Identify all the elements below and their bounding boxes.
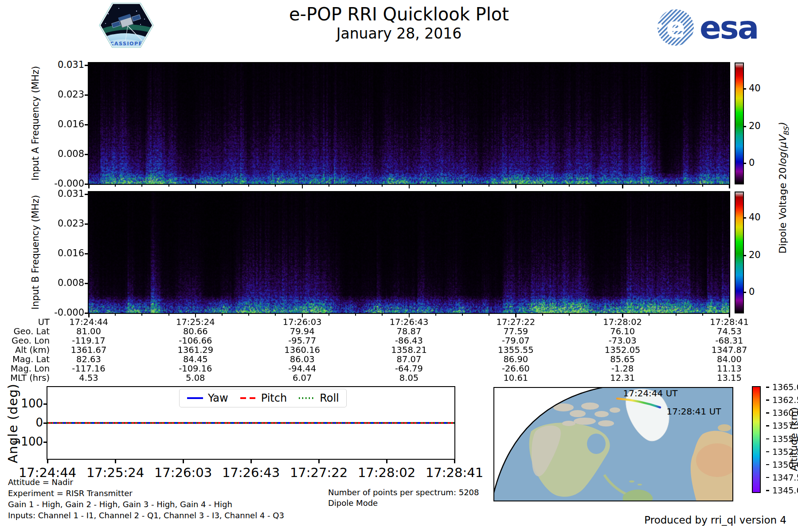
altitude-colorbar-tickmark (766, 464, 769, 466)
ephemeris-cell: 17:26:03 (249, 317, 356, 327)
spectrogram_a-ytick: 0.008 (18, 149, 84, 159)
ephemeris-cell: 4.53 (35, 373, 142, 383)
footer-left-line: Attitude = Nadir (8, 477, 73, 487)
dipole-colorbar-tick: 0 (749, 286, 755, 297)
angle-plot-ytick: −100 (0, 435, 43, 448)
ephemeris-cell: -79.07 (462, 336, 569, 345)
roll-line-swatch (298, 396, 315, 400)
ephemeris-cell: 86.03 (249, 355, 356, 364)
ephemeris-cell: -119.17 (35, 336, 142, 345)
spectrogram_b-xtickmark-minor (435, 314, 436, 316)
ground-track-map: 17:24:44 UT 17:28:41 UT (493, 387, 733, 501)
altitude-colorbar-tickmark (766, 438, 769, 440)
altitude-colorbar-tick: 1350.0 (772, 460, 798, 469)
legend-label: Yaw (208, 392, 228, 404)
ephemeris-cell: -1.28 (569, 364, 676, 373)
legend-item-pitch: Pitch (240, 392, 287, 404)
spectrogram_b-xtickmark-minor (329, 314, 329, 316)
ephemeris-cell: -117.16 (35, 364, 142, 373)
spectrogram-b-canvas (89, 192, 729, 313)
footer-center-line: Dipole Mode (328, 498, 378, 508)
legend-item-roll: Roll (298, 392, 339, 404)
ephemeris-cell: -95.77 (249, 336, 356, 345)
cassiope-patch-label: CASSIOPE (110, 41, 143, 47)
angle-plot-xtickmark (386, 460, 387, 463)
spectrogram_b-ytick: 0.016 (18, 248, 84, 258)
dipole-colorbar-a (735, 63, 744, 184)
ephemeris-cell: 84.00 (676, 355, 782, 364)
spectrogram-a-panel (88, 62, 730, 185)
ephemeris-cell: 1361.67 (35, 345, 142, 355)
spectrogram_a-xtickmark-minor (222, 185, 223, 187)
legend-item-yaw: Yaw (187, 392, 228, 404)
altitude-colorbar-tickmark (766, 490, 769, 491)
dipole-colorbar-tickmark (743, 292, 746, 293)
spectrogram_b-xtickmark-minor (542, 314, 543, 316)
spectrogram_b-xtickmark-minor (649, 314, 649, 316)
ephemeris-cell: 1361.29 (142, 345, 249, 355)
spectrogram_a-ytickmark (85, 94, 89, 96)
spectrogram_b-ytick: -0.000 (18, 307, 84, 318)
svg-text:e: e (666, 11, 685, 44)
quicklook-plot-page: CASSIOPE e-POP RRI Quicklook Plot Januar… (0, 0, 798, 532)
spectrogram_b-xtickmark-minor (595, 314, 596, 316)
altitude-colorbar-tick: 1345.0 (772, 485, 798, 495)
altitude-colorbar-tick: 1362.5 (772, 395, 798, 405)
ephemeris-cell: 17:28:02 (569, 317, 676, 327)
spectrogram_a-xtickmark-minor (382, 185, 383, 187)
ephemeris-cell: 86.90 (462, 355, 569, 364)
spectrogram_a-ytick: -0.000 (18, 178, 84, 189)
dipole-colorbar-tick: 20 (749, 121, 761, 131)
ephemeris-cell: 1347.87 (676, 345, 782, 355)
ephemeris-cell: 11.13 (676, 364, 782, 373)
dipole-colorbar-tick: 20 (749, 250, 761, 260)
dipole-colorbar-tickmark (743, 126, 746, 127)
ephemeris-cell: -26.60 (462, 364, 569, 373)
angle-plot-legend: YawPitchRoll (179, 389, 347, 407)
spectrogram_b-xtickmark-minor (489, 314, 489, 316)
spectrogram_a-xtickmark-minor (649, 185, 649, 187)
altitude-colorbar-tickmark (766, 477, 769, 478)
spectrogram_a-xtickmark-major (195, 185, 196, 188)
spectrogram_a-ytickmark (85, 154, 89, 155)
spectrogram_a-xtickmark-minor (141, 185, 142, 187)
spectrogram_b-ytick: 0.031 (18, 188, 84, 199)
dipole-colorbar-tickmark (743, 217, 746, 219)
ephemeris-cell: 17:24:44 (35, 317, 142, 327)
angle-plot-ytickmark (43, 422, 47, 424)
esa-logo: e esa (655, 8, 753, 47)
ephemeris-cell: 1358.21 (356, 345, 462, 355)
angle-plot-xtickmark (183, 460, 184, 463)
ephemeris-cell: 84.45 (142, 355, 249, 364)
legend-label: Pitch (261, 392, 287, 404)
page-subtitle: January 28, 2016 (177, 26, 621, 42)
spectrogram_b-xtickmark-minor (702, 314, 703, 316)
spectrogram_a-xtickmark-minor (462, 185, 463, 187)
angle-plot-xtick: 17:28:41 (415, 465, 494, 480)
ephemeris-cell: 74.53 (676, 327, 782, 336)
dipole-colorbar-tickmark (743, 255, 746, 256)
ephemeris-cell: -73.03 (569, 336, 676, 345)
ephemeris-cell: -68.31 (676, 336, 782, 345)
altitude-colorbar-tick: 1355.0 (772, 434, 798, 444)
track-end-label: 17:28:41 UT (666, 406, 721, 417)
ephemeris-cell: 85.65 (569, 355, 676, 364)
ephemeris-cell: 78.87 (356, 327, 462, 336)
spectrogram_b-xtickmark-minor (115, 314, 116, 316)
legend-label: Roll (320, 392, 339, 404)
map-hudson-bay (587, 434, 606, 454)
ephemeris-cell: 5.08 (142, 373, 249, 383)
altitude-colorbar-tickmark (766, 412, 769, 414)
spectrogram_b-xtickmark-minor (275, 314, 276, 316)
spectrogram_a-xtickmark-minor (489, 185, 489, 187)
spectrogram_b-xtickmark-minor (355, 314, 356, 316)
spectrogram_a-ytick: 0.016 (18, 119, 84, 129)
dipole-colorbar-tick: 40 (749, 212, 761, 223)
ephemeris-cell: -106.66 (142, 336, 249, 345)
spectrogram_b-ytickmark (85, 283, 89, 284)
ephemeris-cell: -86.43 (356, 336, 462, 345)
angle-plot-xtickmark (47, 460, 48, 463)
dipole-colorbar-tick: 0 (749, 157, 755, 168)
altitude-colorbar-tick: 1360.0 (772, 408, 798, 418)
altitude-colorbar-tick: 1357.5 (772, 421, 798, 430)
